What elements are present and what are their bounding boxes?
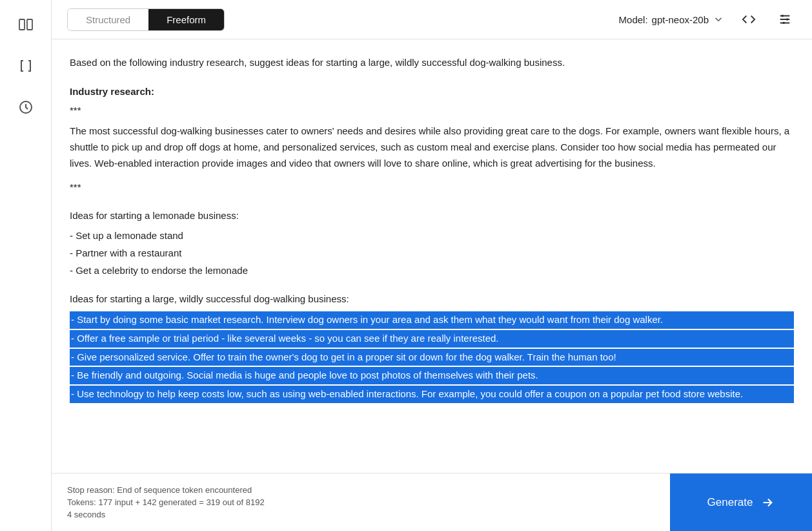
lemonade-item-2: - Partner with a restaurant <box>70 245 794 262</box>
svg-point-3 <box>782 15 784 17</box>
lemonade-item-1: - Set up a lemonade stand <box>70 228 794 244</box>
code-icon <box>742 12 756 26</box>
bottom-info: Stop reason: End of sequence token encou… <box>52 474 670 531</box>
main-content: Structured Freeform Model: gpt-neox-20b <box>52 0 812 531</box>
tab-freeform[interactable]: Freeform <box>148 9 224 30</box>
tab-group: Structured Freeform <box>67 8 225 31</box>
svg-point-5 <box>782 22 785 25</box>
svg-rect-0 <box>19 19 25 30</box>
dog-walking-item-4: - Be friendly and outgoing. Social media… <box>70 367 794 384</box>
dog-walking-section: Ideas for starting a large, wildly succe… <box>70 291 794 403</box>
tab-structured[interactable]: Structured <box>68 9 148 30</box>
sidebar-brackets-icon[interactable] <box>14 54 37 78</box>
model-label: Model: <box>619 14 648 25</box>
model-selector[interactable]: Model: gpt-neox-20b <box>619 14 724 25</box>
top-right-controls: Model: gpt-neox-20b <box>619 8 797 31</box>
dog-walking-item-2: - Offer a free sample or trial period - … <box>70 330 794 348</box>
prompt-main: Based on the following industry research… <box>70 55 794 71</box>
arrow-right-icon <box>760 495 775 510</box>
code-view-button[interactable] <box>737 8 760 31</box>
sidebar <box>0 0 52 531</box>
generate-button[interactable]: Generate <box>670 474 812 531</box>
svg-point-4 <box>786 18 789 21</box>
dog-walking-item-1: - Start by doing some basic market resea… <box>70 311 794 329</box>
stop-reason: Stop reason: End of sequence token encou… <box>67 485 655 495</box>
sidebar-panels-icon[interactable] <box>14 13 37 36</box>
lemonade-label: Ideas for starting a lemonade business: <box>70 208 794 224</box>
stars-bottom: *** <box>70 180 794 196</box>
chevron-down-icon <box>713 14 724 25</box>
industry-body: The most successful dog-walking business… <box>70 123 794 171</box>
lemonade-item-3: - Get a celebrity to endorse the lemonad… <box>70 263 794 279</box>
generate-label: Generate <box>707 496 753 509</box>
lemonade-section: Ideas for starting a lemonade business: … <box>70 208 794 278</box>
top-bar: Structured Freeform Model: gpt-neox-20b <box>52 0 812 39</box>
industry-label: Industry research: <box>70 84 794 100</box>
dog-walking-item-5: - Use technology to help keep costs low,… <box>70 386 794 403</box>
bottom-bar: Stop reason: End of sequence token encou… <box>52 473 812 531</box>
content-area: Based on the following industry research… <box>52 39 812 473</box>
sliders-icon <box>778 12 792 26</box>
svg-rect-1 <box>27 19 32 30</box>
sidebar-history-icon[interactable] <box>14 96 37 119</box>
dog-walking-label: Ideas for starting a large, wildly succe… <box>70 291 794 307</box>
stars-top: *** <box>70 103 794 119</box>
industry-research-section: Industry research: *** The most successf… <box>70 84 794 196</box>
tokens-info: Tokens: 177 input + 142 generated = 319 … <box>67 497 655 507</box>
dog-walking-item-3: - Give personalized service. Offer to tr… <box>70 349 794 366</box>
model-name: gpt-neox-20b <box>652 14 709 25</box>
time-info: 4 seconds <box>67 510 655 519</box>
settings-button[interactable] <box>773 8 797 31</box>
